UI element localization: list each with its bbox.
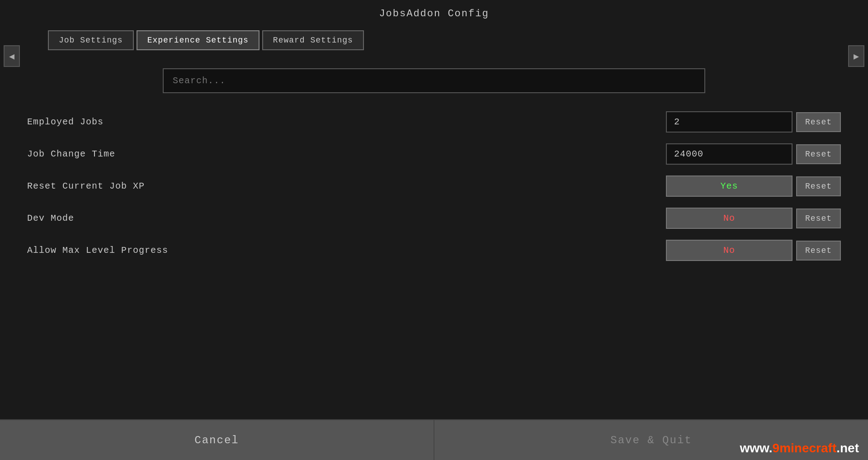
label-reset-current-job-xp: Reset Current Job XP (27, 181, 666, 191)
reset-job-change-time[interactable]: Reset (796, 144, 841, 164)
reset-reset-current-job-xp[interactable]: Reset (796, 176, 841, 196)
label-dev-mode: Dev Mode (27, 213, 666, 223)
watermark-net: .net (836, 441, 859, 455)
label-employed-jobs: Employed Jobs (27, 117, 666, 127)
right-arrow-button[interactable]: ▶ (848, 45, 864, 67)
setting-row-employed-jobs: Employed Jobs Reset (27, 107, 841, 137)
input-job-change-time[interactable] (666, 143, 793, 165)
reset-allow-max-level-progress[interactable]: Reset (796, 241, 841, 261)
main-content: Employed Jobs Reset Job Change Time Rese… (0, 55, 868, 281)
controls-job-change-time: Reset (666, 143, 841, 165)
label-job-change-time: Job Change Time (27, 149, 666, 159)
setting-row-allow-max-level-progress: Allow Max Level Progress No Reset (27, 235, 841, 266)
label-allow-max-level-progress: Allow Max Level Progress (27, 245, 666, 256)
search-container (163, 68, 705, 93)
reset-employed-jobs[interactable]: Reset (796, 112, 841, 132)
setting-row-reset-current-job-xp: Reset Current Job XP Yes Reset (27, 171, 841, 201)
setting-row-job-change-time: Job Change Time Reset (27, 139, 841, 169)
tab-experience-settings[interactable]: Experience Settings (137, 30, 259, 50)
toggle-dev-mode[interactable]: No (666, 208, 793, 229)
toggle-reset-current-job-xp[interactable]: Yes (666, 175, 793, 197)
controls-employed-jobs: Reset (666, 111, 841, 133)
tab-reward-settings[interactable]: Reward Settings (262, 30, 364, 50)
watermark: www.9minecraft.net (740, 441, 859, 455)
watermark-9: 9 (773, 441, 780, 455)
left-arrow-button[interactable]: ◀ (4, 45, 20, 67)
input-employed-jobs[interactable] (666, 111, 793, 133)
reset-dev-mode[interactable]: Reset (796, 209, 841, 228)
page-title: JobsAddon Config (0, 0, 868, 26)
tab-job-settings[interactable]: Job Settings (48, 30, 134, 50)
watermark-minecraft: minecraft (779, 441, 836, 455)
setting-row-dev-mode: Dev Mode No Reset (27, 203, 841, 233)
watermark-www: www. (740, 441, 773, 455)
controls-dev-mode: No Reset (666, 208, 841, 229)
toggle-allow-max-level-progress[interactable]: No (666, 240, 793, 261)
search-input[interactable] (163, 68, 705, 93)
controls-allow-max-level-progress: No Reset (666, 240, 841, 261)
tab-bar: Job Settings Experience Settings Reward … (0, 26, 868, 55)
bottom-bar: Cancel Save & Quit (0, 419, 868, 460)
controls-reset-current-job-xp: Yes Reset (666, 175, 841, 197)
cancel-button[interactable]: Cancel (0, 420, 434, 460)
settings-list: Employed Jobs Reset Job Change Time Rese… (27, 107, 841, 266)
